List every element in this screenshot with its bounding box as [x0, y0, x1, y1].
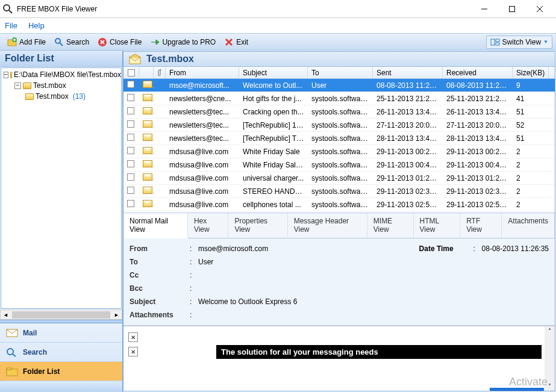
add-file-button[interactable]: Add File — [4, 36, 49, 48]
cell-subject: Hot gifts for the j... — [239, 95, 308, 103]
upgrade-button[interactable]: Upgrade to PRO — [146, 36, 219, 48]
cell-size: 51 — [513, 134, 549, 143]
table-row[interactable]: newsletters@tec...Cracking open th...sys… — [123, 105, 555, 119]
tab-rtf[interactable]: RTF View — [460, 213, 502, 238]
nav-search-label: Search — [23, 348, 47, 356]
row-checkbox[interactable] — [127, 81, 134, 88]
table-row[interactable]: newsletters@cne...Hot gifts for the j...… — [123, 92, 555, 105]
close-file-button[interactable]: Close File — [94, 36, 145, 48]
tree-h-scrollbar[interactable]: ◄ ► — [0, 310, 122, 320]
nav-search[interactable]: Search — [0, 343, 122, 362]
row-checkbox[interactable] — [127, 134, 134, 141]
header-to[interactable]: To — [308, 67, 373, 78]
cell-size: 2 — [513, 161, 549, 169]
row-checkbox[interactable] — [127, 94, 134, 101]
table-row[interactable]: mdsusa@live.comWhite Friday Sale...systo… — [123, 158, 555, 172]
nav-folder-list-label: Folder List — [23, 367, 60, 376]
table-row[interactable]: msoe@microsoft...Welcome to Outl...User0… — [123, 79, 555, 92]
mail-icon — [6, 328, 18, 338]
minimize-button[interactable] — [470, 0, 498, 18]
folder-tree[interactable]: − E:\Data File\MBOX file\Test.mbox − Tes… — [1, 67, 122, 309]
header-from[interactable]: From — [166, 67, 239, 78]
switch-view-button[interactable]: Switch View ▼ — [486, 36, 552, 49]
upgrade-icon — [150, 37, 160, 47]
cell-received: 28-11-2013 13:48:... — [443, 134, 513, 143]
header-attachment-col[interactable] — [154, 67, 166, 78]
scroll-down-icon[interactable]: ˅ — [548, 383, 551, 390]
detail-panel: From: msoe@microsoft.com Date Time: 08-0… — [123, 238, 555, 326]
cell-received: 08-08-2013 11:26:... — [443, 81, 513, 90]
search-button[interactable]: Search — [51, 36, 93, 48]
header-size[interactable]: Size(KB) — [513, 67, 549, 78]
close-button[interactable] — [526, 0, 554, 18]
detail-attachments-label: Attachments — [130, 311, 190, 319]
chevron-down-icon: ▼ — [543, 39, 548, 45]
svg-rect-3 — [510, 6, 515, 11]
cell-from: mdsusa@live.com — [166, 187, 239, 196]
message-body: ✕ ✕ The solution for all your messaging … — [123, 326, 555, 391]
table-row[interactable]: mdsusa@live.comcellphones total ...systo… — [123, 198, 555, 211]
table-row[interactable]: mdsusa@live.comSTEREO HANDSF...systools.… — [123, 185, 555, 198]
tree-child2-count: (13) — [73, 92, 86, 101]
table-row[interactable]: newsletters@tec...[TechRepublic] 10...sy… — [123, 119, 555, 132]
exit-button[interactable]: Exit — [220, 36, 252, 48]
cell-size: 2 — [513, 187, 549, 196]
header-received[interactable]: Received — [443, 67, 513, 78]
scroll-up-icon[interactable]: ˄ — [548, 328, 551, 334]
header-checkbox[interactable] — [123, 67, 139, 78]
table-row[interactable]: mdsusa@live.comuniversal charger...systo… — [123, 172, 555, 185]
svg-point-0 — [4, 5, 10, 11]
row-checkbox[interactable] — [127, 147, 134, 154]
row-checkbox[interactable] — [127, 173, 134, 181]
row-checkbox[interactable] — [127, 120, 134, 128]
tab-html[interactable]: HTML View — [414, 213, 461, 238]
cell-from: newsletters@tec... — [166, 121, 239, 129]
add-file-label: Add File — [19, 38, 46, 46]
tree-child1-label: Test.mbox — [33, 81, 66, 90]
collapse-icon[interactable]: − — [4, 72, 8, 78]
window-title: FREE MBOX File Viewer — [17, 5, 470, 13]
header-sent[interactable]: Sent — [373, 67, 443, 78]
switch-view-icon — [490, 37, 500, 47]
tab-header[interactable]: Message Header View — [288, 213, 367, 238]
tab-normal[interactable]: Normal Mail View — [123, 213, 188, 238]
tab-hex[interactable]: Hex View — [188, 213, 229, 238]
tree-root[interactable]: − E:\Data File\MBOX file\Test.mbox — [1, 69, 121, 80]
cell-size: 51 — [513, 108, 549, 116]
row-checkbox[interactable] — [127, 160, 134, 167]
menu-help[interactable]: Help — [28, 21, 45, 30]
menu-file[interactable]: File — [5, 21, 17, 30]
app-icon — [2, 4, 13, 14]
row-checkbox[interactable] — [127, 200, 134, 207]
table-row[interactable]: mdsusa@live.comWhite Friday Salesystools… — [123, 145, 555, 158]
activate-watermark: Activate — [509, 376, 548, 388]
detail-to-label: To — [130, 258, 190, 266]
tab-mime[interactable]: MIME View — [367, 213, 414, 238]
cell-received: 26-11-2013 13:44:... — [443, 108, 513, 116]
cell-sent: 08-08-2013 11:26:... — [373, 81, 443, 90]
cell-sent: 29-11-2013 01:29:... — [373, 174, 443, 182]
tree-child1[interactable]: − Test.mbox — [1, 80, 121, 91]
cell-from: mdsusa@live.com — [166, 148, 239, 156]
tab-properties[interactable]: Properties View — [228, 213, 287, 238]
cell-subject: STEREO HANDSF... — [239, 187, 308, 196]
grid-body[interactable]: msoe@microsoft...Welcome to Outl...User0… — [123, 79, 555, 213]
cell-received: 27-11-2013 20:07:... — [443, 121, 513, 129]
nav-folder-list[interactable]: Folder List — [0, 362, 122, 381]
svg-rect-23 — [7, 369, 17, 376]
folder-icon — [23, 82, 31, 89]
mail-icon — [143, 94, 152, 101]
cell-to: systools.software... — [308, 174, 373, 182]
nav-mail[interactable]: Mail — [0, 323, 122, 343]
collapse-icon[interactable]: − — [14, 82, 21, 89]
tree-child2[interactable]: Test.mbox (13) — [1, 91, 121, 102]
row-checkbox[interactable] — [127, 107, 134, 114]
table-row[interactable]: newsletters@tec...[TechRepublic] Th...sy… — [123, 132, 555, 145]
cell-from: newsletters@tec... — [166, 134, 239, 143]
svg-rect-18 — [496, 39, 499, 42]
maximize-button[interactable] — [498, 0, 526, 18]
row-checkbox[interactable] — [127, 187, 134, 194]
header-subject[interactable]: Subject — [239, 67, 308, 78]
cell-received: 29-11-2013 02:58:... — [443, 201, 513, 209]
tab-attachments[interactable]: Attachments — [502, 213, 555, 238]
